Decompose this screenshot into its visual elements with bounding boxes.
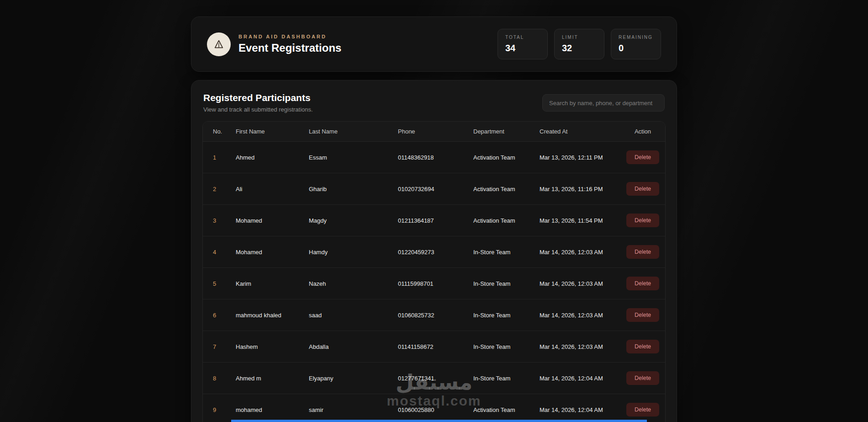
last-name-cell: samir	[303, 394, 392, 422]
row-number-cell: 3	[203, 205, 230, 236]
first-name-cell: mahmoud khaled	[230, 299, 303, 331]
phone-cell: 01115998701	[392, 268, 468, 299]
created-at-cell: Mar 14, 2026, 12:03 AM	[534, 299, 619, 331]
first-name-cell: Ali	[230, 173, 303, 205]
column-header-no: No.	[203, 122, 230, 142]
first-name-cell: Ahmed m	[230, 363, 303, 394]
row-number-cell: 5	[203, 268, 230, 299]
video-progress-bar[interactable]	[231, 420, 647, 422]
delete-button[interactable]: Delete	[626, 308, 659, 322]
row-number-cell: 6	[203, 299, 230, 331]
department-cell: In-Store Team	[468, 236, 534, 268]
phone-cell: 01141158672	[392, 331, 468, 363]
last-name-cell: Gharib	[303, 173, 392, 205]
last-name-cell: Hamdy	[303, 236, 392, 268]
created-at-cell: Mar 13, 2026, 11:54 PM	[534, 205, 619, 236]
table-row: 8 Ahmed m Elyapany 01277671341 In-Store …	[203, 363, 666, 394]
phone-cell: 01060825732	[392, 299, 468, 331]
created-at-cell: Mar 13, 2026, 12:11 PM	[534, 142, 619, 173]
brand-text: BRAND AID DASHBOARD Event Registrations	[238, 34, 341, 54]
created-at-cell: Mar 14, 2026, 12:04 AM	[534, 363, 619, 394]
first-name-cell: Mohamed	[230, 205, 303, 236]
action-cell: Delete	[619, 363, 666, 394]
table-header-row: No. First Name Last Name Phone Departmen…	[203, 122, 666, 142]
delete-button[interactable]: Delete	[626, 182, 659, 196]
action-cell: Delete	[619, 173, 666, 205]
page-background: BRAND AID DASHBOARD Event Registrations …	[0, 0, 868, 422]
stat-value: 32	[562, 43, 597, 53]
first-name-cell: Hashem	[230, 331, 303, 363]
column-header-department: Department	[468, 122, 534, 142]
table-row: 5 Karim Nazeh 01115998701 In-Store Team …	[203, 268, 666, 299]
first-name-cell: Mohamed	[230, 236, 303, 268]
stats-group: TOTAL 34 LIMIT 32 REMAINING 0	[498, 29, 661, 59]
action-cell: Delete	[619, 299, 666, 331]
participants-table: No. First Name Last Name Phone Departmen…	[202, 121, 666, 422]
stat-card-remaining: REMAINING 0	[611, 29, 661, 59]
created-at-cell: Mar 14, 2026, 12:04 AM	[534, 394, 619, 422]
delete-button[interactable]: Delete	[626, 371, 659, 385]
stat-card-limit: LIMIT 32	[554, 29, 604, 59]
participants-card-header: Registered Participants View and track a…	[202, 91, 666, 121]
table-row: 3 Mohamed Magdy 01211364187 Activation T…	[203, 205, 666, 236]
column-header-first-name: First Name	[230, 122, 303, 142]
last-name-cell: Magdy	[303, 205, 392, 236]
action-cell: Delete	[619, 205, 666, 236]
column-header-action: Action	[619, 122, 666, 142]
row-number-cell: 1	[203, 142, 230, 173]
phone-cell: 01060025880	[392, 394, 468, 422]
brand-logo-icon	[214, 39, 224, 49]
action-cell: Delete	[619, 394, 666, 422]
phone-cell: 01148362918	[392, 142, 468, 173]
table-row: 9 mohamed samir 01060025880 Activation T…	[203, 394, 666, 422]
brand-group: BRAND AID DASHBOARD Event Registrations	[207, 32, 341, 56]
phone-cell: 01220459273	[392, 236, 468, 268]
last-name-cell: saad	[303, 299, 392, 331]
stat-label: TOTAL	[505, 35, 540, 40]
participants-heading: Registered Participants View and track a…	[203, 92, 313, 113]
stat-label: LIMIT	[562, 35, 597, 40]
table-row: 7 Hashem Abdalla 01141158672 In-Store Te…	[203, 331, 666, 363]
department-cell: Activation Team	[468, 394, 534, 422]
section-subtitle: View and track all submitted registratio…	[203, 106, 313, 113]
participants-card: Registered Participants View and track a…	[191, 80, 677, 422]
last-name-cell: Elyapany	[303, 363, 392, 394]
phone-cell: 01020732694	[392, 173, 468, 205]
row-number-cell: 2	[203, 173, 230, 205]
stat-label: REMAINING	[619, 35, 653, 40]
search-input[interactable]	[542, 94, 665, 112]
delete-button[interactable]: Delete	[626, 403, 659, 417]
last-name-cell: Abdalla	[303, 331, 392, 363]
section-title: Registered Participants	[203, 92, 313, 103]
page-title: Event Registrations	[238, 42, 341, 54]
phone-cell: 01277671341	[392, 363, 468, 394]
action-cell: Delete	[619, 268, 666, 299]
created-at-cell: Mar 14, 2026, 12:03 AM	[534, 236, 619, 268]
row-number-cell: 4	[203, 236, 230, 268]
row-number-cell: 8	[203, 363, 230, 394]
table-row: 1 Ahmed Essam 01148362918 Activation Tea…	[203, 142, 666, 173]
action-cell: Delete	[619, 236, 666, 268]
delete-button[interactable]: Delete	[626, 150, 659, 164]
delete-button[interactable]: Delete	[626, 277, 659, 290]
row-number-cell: 9	[203, 394, 230, 422]
column-header-created-at: Created At	[534, 122, 619, 142]
department-cell: Activation Team	[468, 142, 534, 173]
delete-button[interactable]: Delete	[626, 340, 659, 353]
phone-cell: 01211364187	[392, 205, 468, 236]
action-cell: Delete	[619, 142, 666, 173]
department-cell: In-Store Team	[468, 331, 534, 363]
table-row: 6 mahmoud khaled saad 01060825732 In-Sto…	[203, 299, 666, 331]
column-header-last-name: Last Name	[303, 122, 392, 142]
brand-label: BRAND AID DASHBOARD	[238, 34, 341, 39]
table-row: 2 Ali Gharib 01020732694 Activation Team…	[203, 173, 666, 205]
brand-logo	[207, 32, 231, 56]
last-name-cell: Nazeh	[303, 268, 392, 299]
last-name-cell: Essam	[303, 142, 392, 173]
content-container: BRAND AID DASHBOARD Event Registrations …	[191, 0, 677, 422]
delete-button[interactable]: Delete	[626, 214, 659, 227]
row-number-cell: 7	[203, 331, 230, 363]
department-cell: Activation Team	[468, 205, 534, 236]
delete-button[interactable]: Delete	[626, 245, 659, 259]
first-name-cell: mohamed	[230, 394, 303, 422]
